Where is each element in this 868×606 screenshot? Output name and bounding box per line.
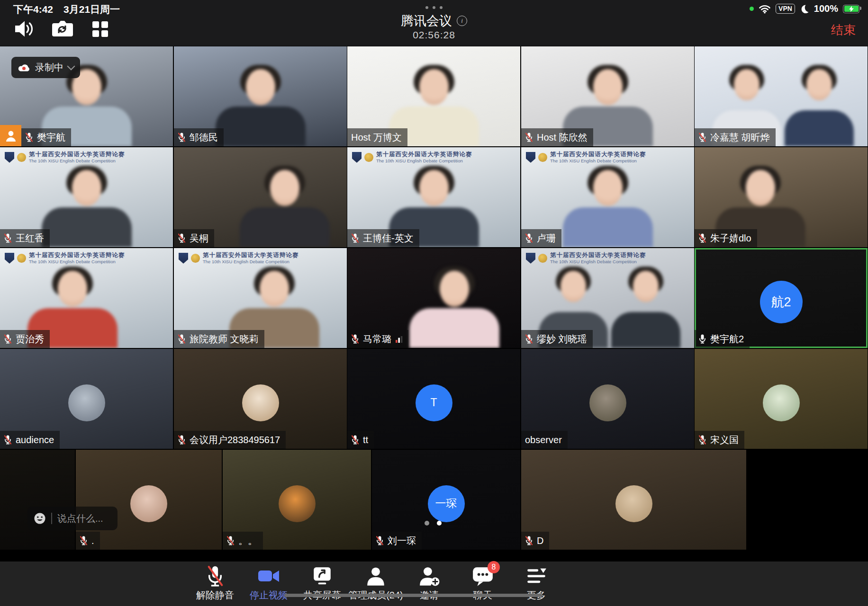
chat-quick-input[interactable]: 说点什么... [27,507,118,530]
home-indicator[interactable] [284,594,542,597]
person-silhouette [211,65,310,146]
muted-mic-icon [80,535,88,546]
nameplate-row: 刘一琛 [372,532,422,550]
avatar [763,384,800,421]
participant-name: . [91,535,94,546]
person-silhouette [608,267,683,348]
participant-name: tt [363,435,368,446]
video-tile[interactable]: 第十届西安外国语大学英语辩论赛The 10th XISU English Deb… [0,147,173,247]
avatar [130,485,167,522]
nameplate: 樊宇航 [21,128,71,146]
participant-name: 吴桐 [190,232,208,245]
video-tile[interactable]: T tt [347,349,520,449]
participant-name: 王红香 [16,232,44,245]
participant-name: Host 万博文 [351,131,402,144]
recording-badge[interactable]: 录制中 [11,57,80,78]
banner-line2: The 10th XISU English Debate Competition [550,158,646,163]
person-silhouette [235,166,335,247]
video-tile[interactable]: 邹德民 [174,46,347,146]
nameplate-row: 马常璐 [347,330,408,348]
nameplate: 宋义国 [695,431,744,449]
person-silhouette [405,267,504,348]
video-tile[interactable]: 马常璐 [347,248,520,348]
nameplate-row: 王博佳-英文 [347,229,419,247]
muted-mic-icon [525,132,533,143]
video-tile[interactable]: observer [521,349,694,449]
video-tile[interactable]: audience [0,349,173,449]
end-meeting-button[interactable]: 结束 [831,22,856,38]
speaker-button[interactable] [12,17,36,41]
muted-mic-icon [351,334,359,344]
nameplate-row: 吴桐 [174,229,214,247]
competition-logo-shield [352,152,362,163]
nameplate: tt [347,431,374,449]
muted-mic-icon [698,435,706,445]
competition-banner: 第十届西安外国语大学英语辩论赛The 10th XISU English Deb… [526,252,646,264]
info-icon[interactable]: i [457,16,467,26]
video-tile[interactable]: 第十届西安外国语大学英语辩论赛The 10th XISU English Deb… [521,248,694,348]
nameplate-row: 樊宇航2 [695,330,750,348]
nameplate: 。。 [223,532,263,550]
video-tile[interactable]: 第十届西安外国语大学英语辩论赛The 10th XISU English Deb… [174,248,347,348]
video-tile[interactable]: 航2 樊宇航2 [695,248,868,348]
video-tile[interactable]: 会议用户2838495617 [174,349,347,449]
nameplate-row: 卢珊 [521,229,561,247]
video-tile[interactable]: D [521,450,746,550]
nameplate: 朱子婧dlo [695,229,757,247]
page-dot-active [437,521,442,526]
participant-name: 冷嘉慧 胡昕烨 [710,131,770,144]
nameplate: observer [521,431,568,449]
video-tile[interactable]: Host 万博文 [347,46,520,146]
competition-logo-coin [364,153,373,162]
video-tile[interactable]: 朱子婧dlo [695,147,868,247]
nameplate-row: 贾治秀 [0,330,50,348]
nameplate: 会议用户2838495617 [174,431,286,449]
layout-grid-button[interactable] [88,17,112,41]
video-tile[interactable]: Host 陈欣然 [521,46,694,146]
switch-camera-button[interactable] [50,17,74,41]
video-tile[interactable]: 吴桐 [174,147,347,247]
competition-logo-coin [538,254,547,263]
video-tile[interactable]: 宋义国 [695,349,868,449]
banner-line2: The 10th XISU English Debate Competition [203,259,299,264]
nameplate: 邹德民 [174,128,224,146]
avatar [279,485,316,522]
video-tile[interactable]: 第十届西安外国语大学英语辩论赛The 10th XISU English Deb… [521,147,694,247]
person-silhouette [37,166,136,247]
nameplate-row: tt [347,431,374,449]
muted-mic-icon [525,233,533,243]
competition-banner: 第十届西安外国语大学英语辩论赛The 10th XISU English Deb… [5,151,125,163]
video-tile[interactable]: 。。 [223,450,371,550]
participant-name: 王博佳-英文 [363,232,414,245]
invite-icon [418,565,440,587]
page-indicator [425,521,442,526]
members-icon [365,565,387,587]
banner-line1: 第十届西安外国语大学英语辩论赛 [29,151,125,158]
participant-name: 樊宇航2 [710,333,744,346]
avatar [68,384,105,421]
video-tile[interactable]: 冷嘉慧 胡昕烨 [695,46,868,146]
competition-logo-coin [17,153,26,162]
nameplate: 马常璐 [347,330,408,348]
participant-name: 朱子婧dlo [710,232,751,245]
partial-video-tile[interactable] [0,450,75,550]
video-tile[interactable]: 录制中 樊宇航 [0,46,173,146]
grid-layout-icon [92,21,108,37]
muted-mic-icon [178,435,186,445]
nameplate-row: 朱子婧dlo [695,229,757,247]
muted-mic-icon [226,535,235,546]
participant-name: 会议用户2838495617 [190,434,280,446]
video-tile[interactable]: 一琛 刘一琛 [372,450,520,550]
clock: 下午4:42 [13,3,53,16]
competition-logo-coin [17,254,26,263]
chat-placeholder: 说点什么... [57,512,103,525]
nameplate: 旅院教师 文晓莉 [174,330,264,348]
video-camera-icon [257,566,280,586]
video-tile[interactable]: . [76,450,222,550]
video-tile[interactable]: 第十届西安外国语大学英语辩论赛The 10th XISU English Deb… [0,248,173,348]
muted-mic-icon [4,435,12,445]
banner-line1: 第十届西安外国语大学英语辩论赛 [550,252,646,259]
video-tile[interactable]: 第十届西安外国语大学英语辩论赛The 10th XISU English Deb… [347,147,520,247]
recording-label: 录制中 [35,61,63,74]
avatar [242,384,279,421]
